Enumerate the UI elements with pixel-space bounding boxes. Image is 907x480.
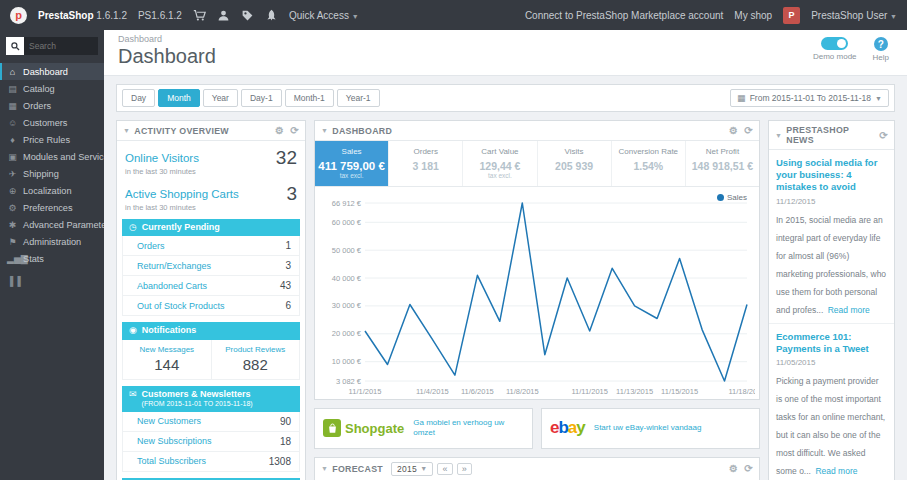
sidebar-item-advanced-parameters[interactable]: ✱Advanced Parameters: [0, 216, 104, 233]
metric-label: Visits: [541, 147, 608, 156]
gear-icon[interactable]: ⚙: [729, 125, 738, 136]
sidebar-search: [6, 37, 98, 55]
sidebar-item-preferences[interactable]: ⚙Preferences: [0, 199, 104, 216]
home-icon: ⌂: [7, 67, 18, 77]
gear-icon[interactable]: ⚙: [729, 463, 738, 474]
brand-link[interactable]: PrestaShop 1.6.1.2: [38, 10, 127, 21]
sidebar-item-shipping[interactable]: ✈Shipping: [0, 165, 104, 182]
refresh-icon[interactable]: ⟳: [744, 125, 753, 136]
quick-access-menu[interactable]: Quick Access ▼: [289, 10, 359, 21]
demo-mode-toggle[interactable]: Demo mode: [813, 37, 857, 62]
pending-returns-link[interactable]: Return/Exchanges: [137, 261, 211, 271]
toggle-on-icon[interactable]: [821, 37, 848, 50]
sidebar-item-customers[interactable]: ☺Customers: [0, 114, 104, 131]
metric-label: Orders: [392, 147, 459, 156]
metric-note: tax excl.: [318, 172, 385, 179]
product-reviews-cell[interactable]: Product Reviews 882: [211, 340, 300, 379]
metric-tab-orders[interactable]: Orders 3 181: [389, 141, 463, 186]
metric-tab-sales[interactable]: Sales 411 759,00 €tax excl.: [315, 141, 389, 186]
metric-value: 1.54%: [633, 160, 663, 172]
panel-caret-icon[interactable]: ▼: [775, 132, 782, 139]
price-tag-icon[interactable]: [241, 9, 254, 22]
shopgate-link[interactable]: Ga mobiel en verhoog uw omzet: [413, 418, 524, 439]
out-of-stock-link[interactable]: Out of Stock Products: [137, 301, 225, 311]
gear-icon[interactable]: ⚙: [275, 125, 284, 136]
range-button-year[interactable]: Year: [203, 89, 238, 107]
svg-text:40 000 €: 40 000 €: [332, 274, 362, 283]
cart-icon[interactable]: [193, 9, 206, 22]
sidebar-item-modules[interactable]: ▣Modules and Services: [0, 148, 104, 165]
refresh-icon[interactable]: ⟳: [290, 125, 299, 136]
sidebar-item-catalog[interactable]: ▤Catalog: [0, 80, 104, 97]
shop-tag[interactable]: PS1.6.1.2: [138, 10, 182, 21]
panel-title: DASHBOARD: [332, 126, 392, 136]
customer-icon[interactable]: [217, 9, 230, 22]
sidebar-item-stats[interactable]: ▂▅▇Stats: [0, 250, 104, 267]
active-carts-sub: in the last 30 minutes: [125, 203, 239, 212]
forecast-prev-button[interactable]: «: [437, 463, 452, 475]
refresh-icon[interactable]: ⟳: [744, 463, 753, 474]
my-shop-link[interactable]: My shop: [734, 10, 772, 21]
panel-caret-icon[interactable]: ▼: [321, 127, 328, 134]
shopgate-module-ad[interactable]: Shopgate Ga mobiel en verhoog uw omzet: [314, 408, 533, 449]
ebay-link[interactable]: Start uw eBay-winkel vandaag: [594, 423, 702, 433]
metric-tab-conversion-rate[interactable]: Conversion Rate 1.54%: [612, 141, 686, 186]
range-button-day[interactable]: Day: [122, 89, 155, 107]
stats-icon: ▂▅▇: [7, 254, 18, 264]
shopgate-logo: Shopgate: [323, 419, 404, 437]
prestashop-logo-icon[interactable]: p: [10, 7, 27, 24]
sidebar-item-dashboard[interactable]: ⌂Dashboard: [0, 63, 104, 80]
rocket-icon[interactable]: [265, 9, 278, 22]
sidebar-item-administration[interactable]: ⚑Administration: [0, 233, 104, 250]
svg-text:11/15/2015: 11/15/2015: [661, 387, 698, 396]
date-range-label: From 2015-11-01 To 2015-11-18: [750, 93, 871, 103]
chart-legend[interactable]: Sales: [717, 193, 747, 202]
metric-tab-net-profit[interactable]: Net Profit 148 918,51 €: [686, 141, 759, 186]
metric-tab-visits[interactable]: Visits 205 939: [538, 141, 612, 186]
active-carts-value: 3: [286, 184, 297, 203]
read-more-link[interactable]: Read more: [815, 466, 857, 476]
marketplace-link[interactable]: Connect to PrestaShop Marketplace accoun…: [525, 10, 723, 21]
new-customers-link[interactable]: New Customers: [137, 416, 201, 426]
new-subscriptions-link[interactable]: New Subscriptions: [137, 436, 212, 446]
brand-name: PrestaShop: [38, 10, 94, 21]
forecast-next-button[interactable]: »: [457, 463, 472, 475]
news-headline-link[interactable]: Using social media for your business: 4 …: [776, 157, 887, 193]
ebay-module-ad[interactable]: ebay Start uw eBay-winkel vandaag: [541, 408, 760, 449]
forecast-year-select[interactable]: 2015▼: [391, 462, 433, 476]
read-more-link[interactable]: Read more: [828, 305, 870, 315]
sidebar-item-localization[interactable]: ⊕Localization: [0, 182, 104, 199]
abandoned-carts-link[interactable]: Abandoned Carts: [137, 281, 207, 291]
search-icon[interactable]: [6, 37, 24, 55]
brand-version: 1.6.1.2: [96, 10, 127, 21]
date-range-picker[interactable]: ▦ From 2015-11-01 To 2015-11-18 ▼: [730, 89, 889, 107]
new-messages-cell[interactable]: New Messages 144: [123, 340, 211, 379]
news-headline-link[interactable]: Ecommerce 101: Payments in a Tweet: [776, 331, 887, 355]
collapse-sidebar-button[interactable]: ▌▌: [0, 267, 104, 286]
metric-value: 148 918,51 €: [692, 160, 753, 172]
metric-tab-cart-value[interactable]: Cart Value 129,44 €tax excl.: [463, 141, 537, 186]
topbar: p PrestaShop 1.6.1.2 PS1.6.1.2 Quick Acc…: [0, 0, 907, 30]
range-button-month-1[interactable]: Month-1: [285, 89, 334, 107]
sidebar-item-label: Orders: [23, 101, 51, 111]
online-visitors-link[interactable]: Online Visitors: [125, 152, 199, 164]
svg-text:50 000 €: 50 000 €: [332, 246, 362, 255]
range-button-month[interactable]: Month: [158, 89, 200, 107]
active-carts-link[interactable]: Active Shopping Carts: [125, 188, 239, 200]
total-subscribers-link[interactable]: Total Subscribers: [137, 456, 206, 466]
refresh-icon[interactable]: ⟳: [879, 130, 888, 141]
search-input[interactable]: [24, 37, 98, 55]
sidebar-item-label: Modules and Services: [23, 152, 104, 162]
sidebar-item-price-rules[interactable]: ♦Price Rules: [0, 131, 104, 148]
panel-caret-icon[interactable]: ▼: [321, 465, 328, 472]
sidebar-item-orders[interactable]: ▦Orders: [0, 97, 104, 114]
panel-caret-icon[interactable]: ▼: [123, 127, 130, 134]
user-avatar[interactable]: P: [783, 7, 800, 24]
user-menu[interactable]: PrestaShop User ▼: [811, 10, 897, 21]
help-button[interactable]: ? Help: [873, 37, 889, 62]
range-button-year-1[interactable]: Year-1: [337, 89, 380, 107]
pending-orders-link[interactable]: Orders: [137, 241, 165, 251]
sidebar-item-label: Stats: [23, 254, 44, 264]
range-button-day-1[interactable]: Day-1: [241, 89, 282, 107]
page-title: Dashboard: [118, 45, 216, 68]
